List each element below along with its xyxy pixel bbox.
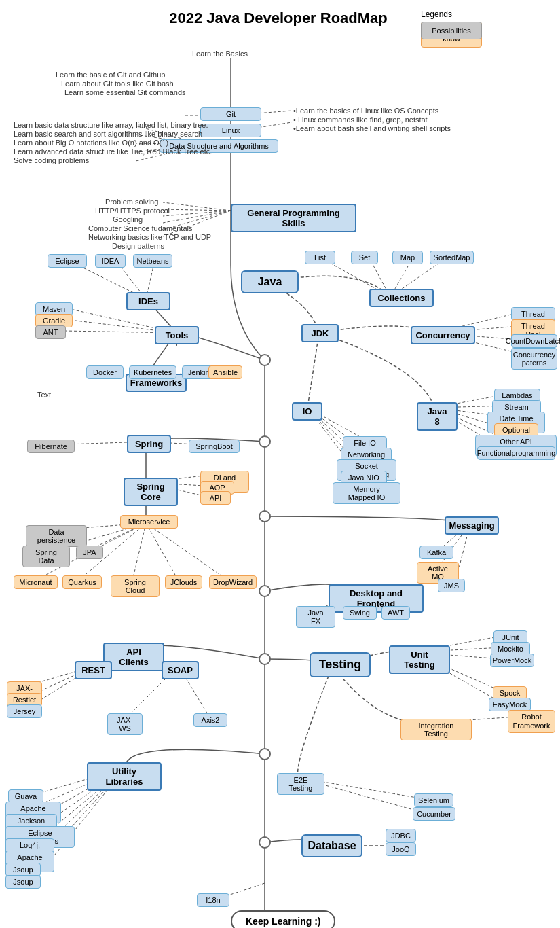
microservice-node: Microservice <box>120 515 178 529</box>
quarkus-node: Quarkus <box>62 575 102 589</box>
svg-point-7 <box>259 837 270 848</box>
page-title: 2022 Java Developer RoadMap <box>136 10 421 27</box>
list-node: List <box>305 251 335 264</box>
gps-node: General Programming Skills <box>231 204 356 232</box>
easymock-node: EasyMock <box>489 698 531 711</box>
cucumber-node: Cucumber <box>413 807 455 821</box>
git-ann3: Learn some essential Git commands <box>64 88 186 96</box>
powermock-node: PowerMock <box>490 654 534 667</box>
soap-node: SOAP <box>162 661 199 679</box>
utility-libraries-node: Utility Libraries <box>87 762 162 791</box>
dropwizard-node: DropWizard <box>209 575 257 589</box>
gps-ann4: Computer Science fudamentals <box>88 224 192 232</box>
gps-ann1: Problem solving <box>105 198 158 206</box>
javafx-node: Java FX <box>296 606 335 628</box>
set-node: Set <box>351 251 378 264</box>
robot-framework-node: Robot Framework <box>508 710 555 733</box>
database-node: Database <box>301 834 362 857</box>
gps-ann6: Design patterns <box>112 242 164 250</box>
svg-point-4 <box>259 586 270 596</box>
legends-section: Legends Essential Good to know Possibili… <box>421 10 452 22</box>
e2e-testing-node: E2E Testing <box>277 773 324 795</box>
svg-point-2 <box>259 436 270 447</box>
selenium-node: Selenium <box>414 793 453 807</box>
gps-ann5: Networking basics like TCP and UDP <box>88 233 211 241</box>
memory-mapped-io-node: Memory Mapped IO <box>333 482 400 504</box>
jax-ws-node: JAX-WS <box>107 713 143 735</box>
jsoup1-node: Jsoup <box>5 863 41 876</box>
unit-testing-node: Unit Testing <box>389 645 450 674</box>
svg-point-5 <box>259 654 270 664</box>
messaging-node: Messaging <box>445 516 499 535</box>
svg-point-3 <box>259 511 270 522</box>
data-persistence-node: Data persistence <box>26 525 87 547</box>
linux-ann3: •Learn about bash shell and writing shel… <box>293 124 451 132</box>
dsa-ann1: Learn basic data structure like array, l… <box>14 121 208 129</box>
jdk-node: JDK <box>301 324 339 342</box>
kafka-node: Kafka <box>419 546 453 559</box>
spring-cloud-node: Spring Cloud <box>111 575 160 597</box>
svg-point-6 <box>259 749 270 760</box>
jpa-node: JPA <box>76 546 103 559</box>
java8-node: Java 8 <box>417 402 458 431</box>
text-label: Text <box>37 391 51 399</box>
keep-learning-node: Keep Learning :) <box>231 910 335 928</box>
gps-ann3: Googling <box>113 215 143 224</box>
thread-node: Thread <box>511 307 555 321</box>
springboot-node: SpringBoot <box>189 440 240 453</box>
linux-node: Linux <box>200 124 261 137</box>
git-node: Git <box>200 107 261 121</box>
jclouds-node: JClouds <box>165 575 202 589</box>
spring-core-node: Spring Core <box>124 478 178 506</box>
linux-ann2: • Linux commands like find, grep, netsta… <box>293 115 428 124</box>
jsoup2-node: Jsoup <box>5 875 41 889</box>
kubernetes-node: Kubernetes <box>129 365 176 379</box>
api-node: API <box>200 491 231 505</box>
functional-programming-node: Functionalprogramming <box>477 446 555 460</box>
dsa-ann4: Learn advanced data structure like Trie,… <box>14 147 212 156</box>
ansible-node: Ansible <box>208 365 242 379</box>
idea-node: IDEA <box>95 254 126 268</box>
jersey-node: Jersey <box>7 704 42 718</box>
eclipse-node: Eclipse <box>48 254 87 268</box>
netbeans-node: Netbeans <box>133 254 172 268</box>
rest-node: REST <box>75 661 112 679</box>
guava-node: Guava <box>8 789 43 803</box>
tools-node: Tools <box>155 326 199 344</box>
spring-node: Spring <box>127 435 171 453</box>
learn-basics-label: Learn the Basics <box>192 50 248 58</box>
integration-testing-node: Integration Testing <box>400 719 472 740</box>
jooq-node: JooQ <box>386 842 416 856</box>
gps-ann2: HTTP/HTTPS protocol <box>95 207 170 215</box>
jms-node: JMS <box>438 579 465 592</box>
countdown-node: CountDownLatch <box>511 334 557 348</box>
legend-possibilities: Possibilities <box>421 22 482 39</box>
dsa-ann3: Learn about Big O notations like O(n) an… <box>14 139 168 147</box>
concurrency-patterns-node: Concurrency paterns <box>511 348 557 370</box>
git-ann1: Learn the basic of Git and Github <box>56 71 165 79</box>
testing-node: Testing <box>310 652 371 677</box>
ides-node: IDEs <box>126 292 170 310</box>
dsa-ann5: Solve coding problems <box>14 156 89 164</box>
java-node: Java <box>241 270 299 293</box>
linux-ann1: •Learn the basics of Linux like OS Conce… <box>293 107 438 115</box>
micronaut-node: Micronaut <box>14 575 58 589</box>
hibernate-node: Hibernate <box>27 440 75 453</box>
dsa-ann2: Learn basic search and sort algorithms l… <box>14 130 202 138</box>
git-ann2: Learn about Git tools like Git bash <box>61 79 174 88</box>
docker-node: Docker <box>86 365 124 379</box>
io-node: IO <box>292 402 322 421</box>
concurrency-node: Concurrency <box>411 326 475 344</box>
api-clients-node: API Clients <box>103 643 164 671</box>
spring-data-node: Spring Data <box>22 546 70 567</box>
axis2-node: Axis2 <box>193 713 227 727</box>
map-node: Map <box>392 251 423 264</box>
ant-node: ANT <box>35 325 66 339</box>
collections-node: Collections <box>369 289 434 307</box>
i18n-node: I18n <box>197 893 229 907</box>
legends-label: Legends <box>421 10 452 19</box>
sortedmap-node: SortedMap <box>430 251 474 264</box>
svg-point-1 <box>259 355 270 365</box>
swing-node: Swing <box>343 606 377 620</box>
jdbc-node: JDBC <box>386 829 416 842</box>
